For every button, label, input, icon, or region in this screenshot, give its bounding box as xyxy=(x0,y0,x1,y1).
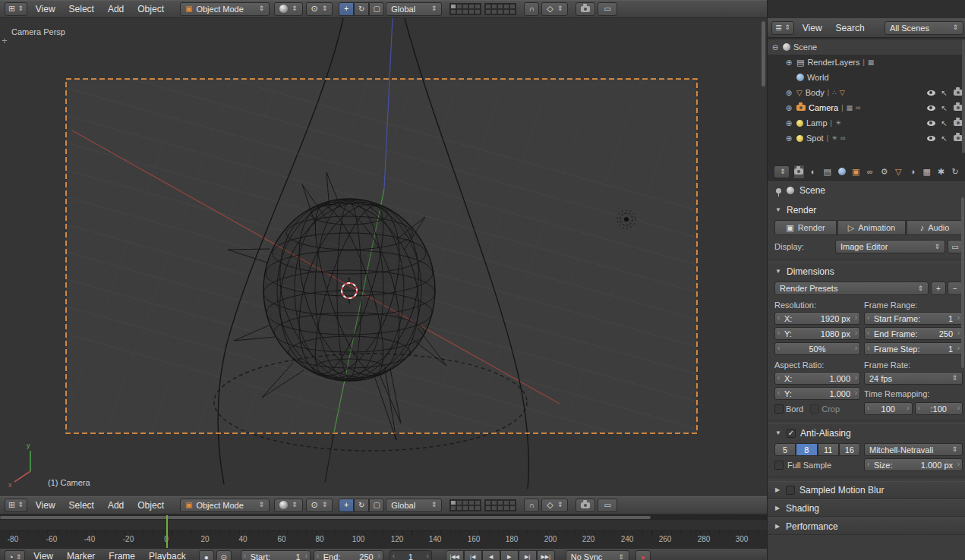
opengl-render-anim-button[interactable]: ▭ xyxy=(598,2,617,16)
editor-type-button[interactable]: ⊞ ⇕ xyxy=(5,2,27,16)
next-keyframe-button[interactable]: ▶| xyxy=(519,550,537,560)
expand-icon[interactable]: ⊕ xyxy=(784,134,793,143)
layer-toggle[interactable] xyxy=(497,500,503,505)
layer-toggle[interactable] xyxy=(497,505,503,511)
translate-manipulator-button[interactable]: + xyxy=(339,499,354,512)
menu-object[interactable]: Object xyxy=(131,0,171,18)
play-button[interactable]: ▶ xyxy=(500,550,519,560)
tab-render[interactable] xyxy=(793,165,806,179)
tab-modifiers[interactable]: ⚙ xyxy=(878,165,891,179)
performance-panel-header[interactable]: ▶ Performance xyxy=(768,518,965,535)
border-checkbox[interactable] xyxy=(774,404,784,414)
prev-keyframe-button[interactable]: |◀ xyxy=(464,550,482,560)
aa-samples-11-button[interactable]: 11 xyxy=(818,443,839,456)
layer-toggle[interactable] xyxy=(456,500,462,505)
layer-toggle[interactable] xyxy=(450,505,456,511)
menu-search[interactable]: Search xyxy=(829,19,872,37)
layer-toggle[interactable] xyxy=(509,9,516,14)
tab-particles[interactable]: ✱ xyxy=(935,165,948,179)
record-button[interactable]: ● xyxy=(635,550,651,560)
snap-magnet-button[interactable]: ∩ xyxy=(524,2,539,16)
mode-dropdown[interactable]: ▣ Object Mode ⇕ xyxy=(180,499,270,512)
layer-toggle[interactable] xyxy=(468,9,475,14)
tab-object-data[interactable]: ▽ xyxy=(892,165,904,179)
outliner-row-lamp[interactable]: ⊕ Lamp | ☀ ↖ xyxy=(768,115,965,131)
snap-element-dropdown[interactable]: ◇ ⇕ xyxy=(541,499,568,512)
menu-playback[interactable]: Playback xyxy=(142,550,193,560)
expand-icon[interactable]: ⊖ xyxy=(771,43,780,52)
expand-icon[interactable]: ⊕ xyxy=(784,89,793,97)
layer-toggle[interactable] xyxy=(503,505,509,511)
aa-filter-dropdown[interactable]: Mitchell-Netravali ⇕ xyxy=(864,443,963,456)
animation-button[interactable]: ▷ Animation xyxy=(837,220,906,235)
preset-remove-button[interactable]: − xyxy=(948,282,963,295)
layer-toggle[interactable] xyxy=(509,500,516,505)
layer-toggle[interactable] xyxy=(503,500,509,505)
layer-toggle[interactable] xyxy=(468,505,475,511)
expand-icon[interactable]: ⊕ xyxy=(784,119,793,127)
menu-view[interactable]: View xyxy=(29,496,62,514)
pivot-point-dropdown[interactable]: ⊙ ⇕ xyxy=(306,499,333,512)
menu-marker[interactable]: Marker xyxy=(60,550,102,560)
opengl-render-button[interactable] xyxy=(576,2,595,16)
outliner-row-spot[interactable]: ⊕ Spot | ☀ ∞ ↖ xyxy=(768,131,965,146)
cursor-icon[interactable]: ↖ xyxy=(941,89,948,97)
menu-add[interactable]: Add xyxy=(101,496,131,514)
outliner-row-world[interactable]: World xyxy=(768,70,965,85)
layer-toggle[interactable] xyxy=(485,500,491,505)
scale-manipulator-button[interactable]: ▢ xyxy=(369,499,384,512)
aa-samples-5-button[interactable]: 5 xyxy=(774,443,796,456)
anti-aliasing-checkbox[interactable] xyxy=(787,429,796,438)
tab-object[interactable]: ▣ xyxy=(850,165,862,179)
editor-type-button[interactable]: ⊞ ⇕ xyxy=(5,499,27,512)
outliner-row-camera[interactable]: ⊕ Camera | ▦ ∞ ↖ xyxy=(768,100,965,115)
expand-icon[interactable]: ⊕ xyxy=(784,104,793,112)
current-frame-indicator[interactable] xyxy=(166,515,168,548)
menu-add[interactable]: Add xyxy=(101,0,131,18)
snap-element-dropdown[interactable]: ◇ ⇕ xyxy=(541,2,568,16)
layer-toggle[interactable] xyxy=(450,500,456,505)
layer-toggle[interactable] xyxy=(475,505,481,511)
frame-step-field[interactable]: Frame Step: 1 xyxy=(864,342,963,355)
layer-toggle[interactable] xyxy=(503,9,509,14)
audio-button[interactable]: ♪ Audio xyxy=(907,220,963,235)
auto-keyframe-button[interactable]: ● xyxy=(199,550,214,560)
region-expand-icon[interactable]: + xyxy=(2,35,8,46)
viewport-shading-dropdown[interactable]: ⇕ xyxy=(274,2,303,16)
layer-toggle[interactable] xyxy=(491,500,497,505)
layer-toggle[interactable] xyxy=(497,9,503,14)
layer-toggle[interactable] xyxy=(475,9,481,14)
3d-viewport[interactable]: y x Camera Persp (1) Camera + xyxy=(0,18,767,496)
tab-texture[interactable]: ▦ xyxy=(921,165,933,179)
aa-samples-8-button[interactable]: 8 xyxy=(796,443,817,456)
menu-select[interactable]: Select xyxy=(62,0,101,18)
start-frame-field[interactable]: Start: 1 xyxy=(241,550,311,560)
jump-end-button[interactable]: ▶▶| xyxy=(537,550,555,560)
viewport-scrollbar[interactable] xyxy=(762,21,765,87)
layer-toggle[interactable] xyxy=(462,500,468,505)
menu-select[interactable]: Select xyxy=(62,496,101,514)
current-frame-field[interactable]: 1 xyxy=(389,550,432,560)
layer-toggle[interactable] xyxy=(450,9,456,14)
layer-toggle[interactable] xyxy=(456,505,462,511)
properties-scrollbar[interactable] xyxy=(961,197,964,368)
opengl-render-anim-button[interactable]: ▭ xyxy=(598,499,617,512)
editor-type-button[interactable]: ⇕ xyxy=(774,165,790,178)
menu-view[interactable]: View xyxy=(27,550,60,560)
anti-aliasing-panel-header[interactable]: ▼ Anti-Aliasing xyxy=(774,425,963,441)
scale-manipulator-button[interactable]: ▢ xyxy=(369,2,384,16)
shading-panel-header[interactable]: ▶ Shading xyxy=(768,499,965,517)
mode-dropdown[interactable]: ▣ Object Mode ⇕ xyxy=(180,2,270,16)
layer-toggle[interactable] xyxy=(497,4,503,9)
aa-size-field[interactable]: Size: 1.000 px xyxy=(864,458,963,471)
layer-toggle[interactable] xyxy=(456,4,462,9)
tab-scene[interactable]: ◐ xyxy=(807,165,819,179)
layer-toggle[interactable] xyxy=(503,4,509,9)
menu-object[interactable]: Object xyxy=(131,496,171,514)
editor-type-button[interactable]: ≣ ⇕ xyxy=(771,21,794,35)
layer-toggle[interactable] xyxy=(485,505,491,511)
tab-render-layers[interactable]: ▤ xyxy=(822,165,834,179)
pivot-point-dropdown[interactable]: ⊙ ⇕ xyxy=(306,2,333,16)
end-frame-field[interactable]: End: 250 xyxy=(314,550,383,560)
resolution-y-field[interactable]: Y: 1080 px xyxy=(774,327,860,340)
